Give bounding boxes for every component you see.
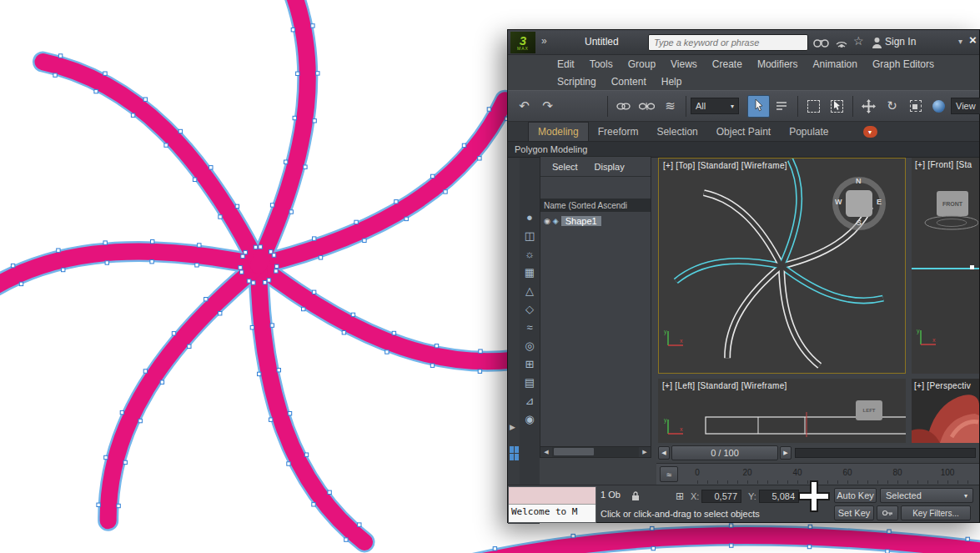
path-handle[interactable] (94, 89, 98, 93)
scroll-thumb[interactable] (554, 448, 594, 455)
scroll-track[interactable] (552, 447, 639, 457)
redo-button[interactable]: ↷ (536, 95, 559, 118)
viewport-top[interactable]: [+] [Top] [Standard] [Wireframe] N E S W… (658, 158, 906, 374)
viewport-layout-tabs-icon[interactable] (510, 446, 520, 461)
path-handle[interactable] (311, 24, 314, 28)
path-handle[interactable] (435, 344, 438, 348)
path-handle[interactable] (287, 462, 290, 465)
path-handle[interactable] (316, 72, 319, 75)
path-handle[interactable] (209, 166, 213, 169)
menu-edit[interactable]: Edit (550, 56, 582, 73)
path-handle[interactable] (302, 307, 305, 310)
key-filter-set-dropdown[interactable]: Selected ▾ (880, 488, 973, 503)
path-handle[interactable] (304, 453, 308, 456)
quick-access-chevron[interactable]: » (541, 35, 547, 47)
spiral-arm[interactable] (108, 265, 259, 520)
path-handle[interactable] (103, 241, 107, 244)
path-handle[interactable] (277, 369, 280, 372)
scroll-left-button[interactable]: ◀ (540, 447, 552, 457)
path-handle[interactable] (313, 237, 316, 240)
crossing-selection-button[interactable] (826, 95, 848, 118)
path-handle[interactable] (254, 245, 257, 249)
communication-icon[interactable] (835, 37, 849, 49)
viewcube[interactable]: N E S W (832, 177, 886, 230)
path-handle[interactable] (342, 331, 345, 334)
path-handle[interactable] (487, 108, 490, 111)
bind-spacewarp-button[interactable]: ≋ (659, 95, 681, 118)
path-handle[interactable] (204, 298, 208, 301)
path-handle[interactable] (807, 545, 811, 548)
path-handle[interactable] (478, 370, 481, 373)
time-slider-thumb[interactable]: 0 / 100 (671, 445, 778, 460)
viewport-front-label[interactable]: [+] [Front] [Sta (915, 160, 972, 169)
reference-coordinate-combo[interactable]: View ▾ (951, 98, 980, 114)
select-and-move-button[interactable] (857, 95, 880, 118)
path-handle[interactable] (274, 269, 278, 273)
path-handle[interactable] (319, 256, 322, 259)
menu-graph-editors[interactable]: Graph Editors (865, 56, 942, 73)
path-handle[interactable] (105, 261, 108, 264)
menu-animation[interactable]: Animation (806, 56, 865, 73)
mini-curve-editor-button[interactable]: ≈ (660, 466, 678, 482)
path-handle[interactable] (164, 143, 168, 147)
path-handle[interactable] (405, 217, 408, 220)
select-and-rotate-button[interactable]: ↻ (881, 95, 903, 118)
viewcube-top-face[interactable] (846, 190, 872, 217)
explorer-filter-icon-0[interactable]: ● (520, 208, 540, 226)
menu-content[interactable]: Content (604, 73, 654, 90)
path-handle[interactable] (263, 281, 266, 284)
ribbon-tab-selection[interactable]: Selection (647, 123, 706, 141)
search-binoculars-icon[interactable] (813, 37, 830, 49)
path-handle[interactable] (291, 28, 294, 32)
explorer-menu-display[interactable]: Display (595, 162, 625, 172)
path-handle[interactable] (479, 349, 482, 353)
viewcube-left-face[interactable]: LEFT (856, 400, 882, 420)
path-handle[interactable] (351, 313, 354, 316)
absolute-mode-button[interactable]: ⊞ (672, 489, 687, 503)
ribbon-tab-freeform[interactable]: Freeform (589, 123, 648, 141)
select-and-scale-button[interactable] (904, 95, 927, 118)
auto-key-button[interactable]: Auto Key (834, 488, 877, 503)
set-key-button[interactable]: Set Key (834, 505, 874, 520)
spiral-arm[interactable] (43, 62, 259, 265)
prev-frame-button[interactable]: ◀ (658, 446, 670, 460)
menu-scripting[interactable]: Scripting (550, 73, 604, 90)
search-input[interactable] (648, 34, 808, 51)
menu-group[interactable]: Group (621, 56, 663, 73)
explorer-filter-icon-1[interactable]: ◫ (520, 226, 540, 244)
workspace-caret-icon[interactable]: ▾ (958, 37, 962, 46)
path-handle[interactable] (312, 290, 315, 294)
selection-filter-combo[interactable]: All ▾ (691, 98, 739, 114)
explorer-filter-icon-2[interactable]: ☼ (520, 244, 540, 263)
path-handle[interactable] (363, 239, 366, 242)
path-handle[interactable] (58, 54, 62, 58)
x-coord-field[interactable]: 0,577 (701, 490, 741, 503)
menu-modifiers[interactable]: Modifiers (750, 56, 806, 73)
path-handle[interactable] (395, 200, 398, 204)
path-handle[interactable] (651, 546, 655, 550)
path-handle[interactable] (244, 250, 247, 254)
explorer-menu-select[interactable]: Select (552, 162, 578, 172)
sign-in-button[interactable]: Sign In (885, 36, 916, 48)
key-mode-button[interactable] (877, 505, 898, 520)
ribbon-tab-modeling[interactable]: Modeling (528, 122, 589, 141)
viewport-left-label[interactable]: [+] [Left] [Standard] [Wireframe] (662, 381, 787, 390)
path-handle[interactable] (258, 372, 261, 375)
viewport-perspective-label[interactable]: [+] [Perspectiv (914, 381, 971, 390)
viewcube-west[interactable]: W (835, 198, 842, 206)
explorer-filter-icon-8[interactable]: ⊞ (520, 354, 540, 373)
path-handle[interactable] (178, 129, 182, 133)
menu-create[interactable]: Create (705, 56, 750, 73)
polygon-modeling-panel[interactable]: Polygon Modeling (515, 144, 587, 154)
viewcube-east[interactable]: E (877, 198, 882, 206)
path-handle[interactable] (269, 418, 273, 421)
path-handle[interactable] (104, 455, 108, 459)
path-handle[interactable] (241, 254, 244, 258)
path-handle[interactable] (313, 119, 316, 123)
path-handle[interactable] (289, 210, 293, 214)
explorer-filter-icon-6[interactable]: ≈ (520, 318, 540, 336)
explorer-column-header[interactable]: Name (Sorted Ascendi (540, 199, 651, 212)
path-handle[interactable] (103, 72, 107, 75)
viewcube-south[interactable]: S (857, 219, 862, 227)
unlink-button[interactable] (636, 95, 658, 118)
